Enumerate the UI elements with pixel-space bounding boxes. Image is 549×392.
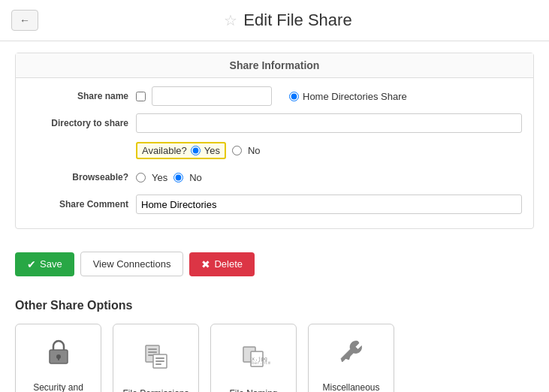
option-security[interactable]: Security and Access Control bbox=[15, 324, 101, 392]
available-no-label: No bbox=[248, 145, 261, 156]
option-misc[interactable]: Miscellaneous Options bbox=[308, 324, 394, 392]
directory-row: Directory to share bbox=[27, 113, 522, 134]
share-info-section: Share Information Share name Home Direct… bbox=[15, 53, 534, 229]
page-title: ☆ Edit File Share bbox=[38, 11, 538, 30]
share-name-input[interactable] bbox=[152, 86, 272, 106]
lock-icon bbox=[42, 335, 75, 375]
page-title-text: Edit File Share bbox=[243, 11, 351, 30]
other-options-section: Other Share Options Security and Access … bbox=[15, 299, 534, 392]
available-yes-radio[interactable] bbox=[191, 146, 201, 155]
view-connections-button[interactable]: View Connections bbox=[80, 252, 184, 276]
form-area: Share name Home Directories Share Direct… bbox=[16, 78, 533, 228]
svg-rect-8 bbox=[155, 357, 164, 359]
file-permissions-label: File Permissions bbox=[122, 388, 189, 392]
save-button[interactable]: ✔ Save bbox=[15, 252, 74, 276]
header: ← ☆ Edit File Share bbox=[0, 0, 549, 41]
browseable-label: Browseable? bbox=[27, 172, 136, 182]
comment-row: Share Comment bbox=[27, 194, 522, 215]
share-name-row: Share name Home Directories Share bbox=[27, 86, 522, 107]
svg-rect-2 bbox=[58, 357, 59, 360]
check-icon: ✔ bbox=[27, 258, 36, 270]
comment-label: Share Comment bbox=[27, 199, 136, 210]
browseable-row: Browseable? Yes No bbox=[27, 167, 522, 188]
main-content: Share Information Share name Home Direct… bbox=[0, 41, 549, 392]
home-dir-radio-group: Home Directories Share bbox=[289, 91, 407, 102]
section-title: Share Information bbox=[16, 53, 533, 78]
browseable-yes-label: Yes bbox=[152, 172, 167, 183]
svg-rect-4 bbox=[148, 348, 157, 350]
wrench-icon bbox=[335, 335, 368, 375]
back-button[interactable]: ← bbox=[11, 10, 38, 31]
svg-text:bar.htm: bar.htm bbox=[252, 360, 270, 365]
file-naming-label: File Naming bbox=[229, 388, 277, 392]
available-no-radio[interactable] bbox=[232, 146, 242, 155]
available-yes-label: Yes bbox=[204, 145, 220, 156]
home-dir-label: Home Directories Share bbox=[303, 91, 407, 102]
options-grid: Security and Access Control bbox=[15, 324, 534, 392]
option-file-naming[interactable]: x.jpg bar.htm File Naming bbox=[210, 324, 297, 392]
file-naming-icon: x.jpg bar.htm bbox=[237, 341, 270, 381]
x-icon: ✖ bbox=[201, 258, 210, 270]
home-dir-radio[interactable] bbox=[289, 92, 299, 101]
security-label: Security and Access Control bbox=[23, 382, 93, 392]
svg-rect-5 bbox=[148, 351, 157, 353]
available-highlight: Available? Yes bbox=[136, 142, 226, 159]
browseable-yes-radio[interactable] bbox=[136, 173, 146, 182]
browseable-no-radio[interactable] bbox=[173, 173, 183, 182]
browseable-no-label: No bbox=[189, 172, 202, 183]
option-file-permissions[interactable]: File Permissions bbox=[113, 324, 199, 392]
svg-rect-9 bbox=[155, 360, 164, 362]
other-options-title: Other Share Options bbox=[15, 299, 534, 312]
comment-input[interactable] bbox=[136, 194, 522, 214]
available-label: Available? bbox=[142, 145, 187, 156]
delete-button[interactable]: ✖ Delete bbox=[189, 252, 255, 276]
share-name-label: Share name bbox=[27, 91, 136, 101]
directory-value bbox=[136, 113, 522, 133]
share-name-value: Home Directories Share bbox=[136, 86, 522, 106]
available-row: Available? Yes No bbox=[27, 140, 522, 161]
file-permissions-icon bbox=[140, 341, 173, 381]
share-name-checkbox[interactable] bbox=[136, 92, 146, 101]
svg-rect-10 bbox=[155, 363, 161, 365]
comment-value bbox=[136, 194, 522, 214]
misc-label: Miscellaneous Options bbox=[316, 382, 386, 392]
action-bar: ✔ Save View Connections ✖ Delete bbox=[15, 244, 534, 284]
directory-label: Directory to share bbox=[27, 118, 136, 128]
star-icon[interactable]: ☆ bbox=[224, 11, 237, 29]
available-value: Available? Yes No bbox=[136, 142, 522, 159]
delete-label: Delete bbox=[214, 258, 243, 270]
directory-input[interactable] bbox=[136, 113, 522, 133]
browseable-value: Yes No bbox=[136, 172, 522, 183]
save-label: Save bbox=[40, 258, 62, 270]
